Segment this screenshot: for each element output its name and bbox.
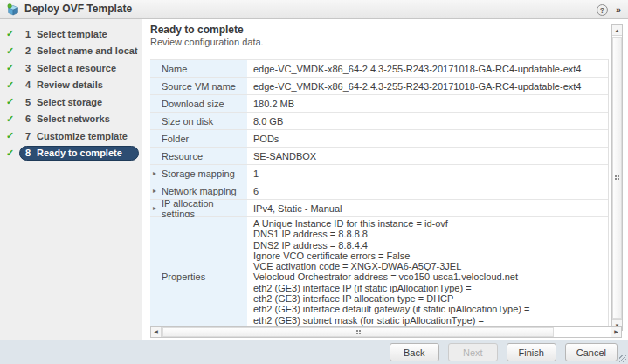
- row-label: Properties: [162, 271, 205, 282]
- step-label: Select storage: [37, 97, 102, 107]
- table-row: Size on disk8.0 GB: [150, 113, 608, 130]
- property-line: DNS2 IP address = 8.8.4.4: [253, 240, 608, 251]
- step-completed-check-icon: ✓: [6, 62, 19, 73]
- row-value-cell: 6: [247, 182, 608, 199]
- sidebar-step-select-name-and-location[interactable]: ✓2Select name and location: [0, 43, 142, 60]
- expander-icon[interactable]: ▸: [153, 169, 156, 178]
- row-value-cell: 8.0 GB: [247, 113, 608, 129]
- step-completed-check-icon: ✓: [6, 28, 19, 39]
- row-value: SE-SANDBOX: [253, 151, 316, 161]
- deploy-ovf-template-dialog: Deploy OVF Template ? » ✓1Select templat…: [0, 0, 628, 364]
- row-value-cell: edge-VC_VMDK-x86_64-2.4.3-255-R243-20171…: [247, 78, 608, 94]
- scroll-up-button[interactable]: ▲: [612, 25, 622, 36]
- row-value: 6: [253, 186, 259, 196]
- row-value: 180.2 MB: [253, 99, 294, 109]
- deploy-ovf-package-icon: [7, 3, 19, 16]
- dialog-title: Deploy OVF Template: [24, 0, 132, 18]
- table-row: Nameedge-VC_VMDK-x86_64-2.4.3-255-R243-2…: [150, 60, 608, 78]
- next-button[interactable]: Next: [448, 343, 498, 361]
- step-number: 2: [25, 45, 33, 56]
- row-value: edge-VC_VMDK-x86_64-2.4.3-255-R243-20171…: [253, 81, 581, 92]
- step-number: 8: [25, 148, 33, 158]
- sidebar-step-customize-template[interactable]: ✓7Customize template: [0, 127, 142, 145]
- scroll-left-button[interactable]: ◀: [151, 327, 162, 337]
- row-label-cell: Folder: [150, 130, 247, 147]
- row-value: edge-VC_VMDK-x86_64-2.4.3-255-R243-20171…: [253, 64, 581, 74]
- sidebar-step-select-template[interactable]: ✓1Select template: [0, 25, 142, 43]
- step-pill: 2Select name and location: [19, 44, 139, 58]
- table-row: PropertiesA Unique Instance ID for this …: [150, 217, 608, 327]
- row-label-cell: Size on disk: [150, 113, 247, 129]
- row-label: Resource: [162, 151, 203, 161]
- row-label: IP allocation settings: [162, 198, 247, 219]
- property-line: eth2 (GE3) interface IP allocation type …: [253, 293, 608, 304]
- step-completed-check-icon: ✓: [6, 96, 19, 107]
- step-pill: 3Select a resource: [19, 60, 139, 75]
- step-label: Select name and location: [37, 45, 139, 56]
- step-completed-check-icon: ✓: [6, 113, 19, 125]
- expander-icon[interactable]: ▸: [153, 204, 156, 213]
- horizontal-scrollbar[interactable]: ◀ ▶: [150, 326, 622, 338]
- dialog-titlebar: Deploy OVF Template ? »: [0, 0, 628, 19]
- sidebar-step-ready-to-complete[interactable]: ✓8Ready to complete: [0, 145, 142, 162]
- step-number: 5: [25, 97, 33, 107]
- row-label-cell: ▸Network mapping: [150, 182, 247, 199]
- step-completed-check-icon: ✓: [6, 79, 19, 91]
- table-row: ▸IP allocation settingsIPv4, Static - Ma…: [150, 200, 608, 217]
- scrollbar-grip-icon: [615, 175, 617, 177]
- sidebar-step-select-a-resource[interactable]: ✓3Select a resource: [0, 59, 142, 77]
- help-icon[interactable]: ?: [597, 4, 608, 16]
- sidebar-step-review-details[interactable]: ✓4Review details: [0, 77, 142, 94]
- step-number: 6: [25, 113, 33, 124]
- row-label-cell: Name: [150, 60, 247, 77]
- table-row: Source VM nameedge-VC_VMDK-x86_64-2.4.3-…: [150, 78, 608, 95]
- vertical-scrollbar[interactable]: ▲ ▼: [611, 24, 623, 331]
- step-label: Customize template: [37, 131, 128, 141]
- sidebar-step-select-storage[interactable]: ✓5Select storage: [0, 93, 142, 111]
- step-label: Review details: [37, 79, 103, 90]
- collapse-dialog-icon[interactable]: »: [616, 4, 620, 15]
- row-label-cell: Source VM name: [150, 78, 247, 94]
- resize-grip[interactable]: [619, 355, 626, 362]
- row-label-cell: Resource: [150, 148, 247, 164]
- row-value-cell: PODs: [247, 130, 608, 147]
- dialog-footer: Back Next Finish Cancel: [0, 340, 628, 364]
- row-label: Storage mapping: [162, 168, 235, 179]
- finish-button[interactable]: Finish: [507, 343, 556, 361]
- table-row: ▸Storage mapping1: [150, 165, 608, 182]
- row-label: Network mapping: [162, 186, 237, 196]
- step-label: Select a resource: [37, 63, 116, 73]
- expander-icon[interactable]: ▸: [153, 187, 156, 196]
- row-label: Download size: [162, 99, 224, 109]
- page-title: Ready to complete: [150, 24, 244, 36]
- step-number: 1: [25, 29, 33, 39]
- sidebar-step-select-networks[interactable]: ✓6Select networks: [0, 111, 142, 128]
- row-value: IPv4, Static - Manual: [253, 203, 342, 214]
- cancel-button[interactable]: Cancel: [565, 343, 618, 361]
- scroll-right-button[interactable]: ▶: [611, 327, 621, 337]
- property-line: A Unique Instance ID for this instance =…: [253, 218, 608, 229]
- table-row: ResourceSE-SANDBOX: [150, 148, 608, 165]
- row-label-cell: Properties: [150, 217, 247, 327]
- row-value: 8.0 GB: [253, 116, 283, 127]
- row-value-cell: SE-SANDBOX: [247, 148, 608, 164]
- row-label: Folder: [162, 134, 189, 144]
- row-value-cell: IPv4, Static - Manual: [247, 200, 608, 216]
- table-row: Download size180.2 MB: [150, 95, 608, 113]
- row-label: Size on disk: [162, 116, 213, 127]
- horizontal-scrollbar-thumb[interactable]: [162, 327, 554, 337]
- step-completed-check-icon: ✓: [6, 45, 19, 57]
- row-value-cell: 180.2 MB: [247, 95, 608, 112]
- vertical-scrollbar-thumb[interactable]: [612, 37, 622, 319]
- step-number: 3: [25, 63, 33, 73]
- back-button[interactable]: Back: [390, 343, 439, 361]
- row-label-cell: ▸Storage mapping: [150, 165, 247, 182]
- step-label: Ready to complete: [37, 148, 122, 158]
- property-line: eth2 (GE3) interface default gateway (if…: [253, 304, 608, 314]
- row-value: PODs: [253, 134, 279, 144]
- header-divider: [150, 52, 611, 52]
- step-pill: 1Select template: [19, 26, 139, 41]
- step-label: Select template: [37, 29, 107, 39]
- property-line: eth2 (GE3) subnet mask (for static ipAll…: [253, 315, 608, 326]
- wizard-content-pane: Ready to complete Review configuration d…: [142, 19, 628, 340]
